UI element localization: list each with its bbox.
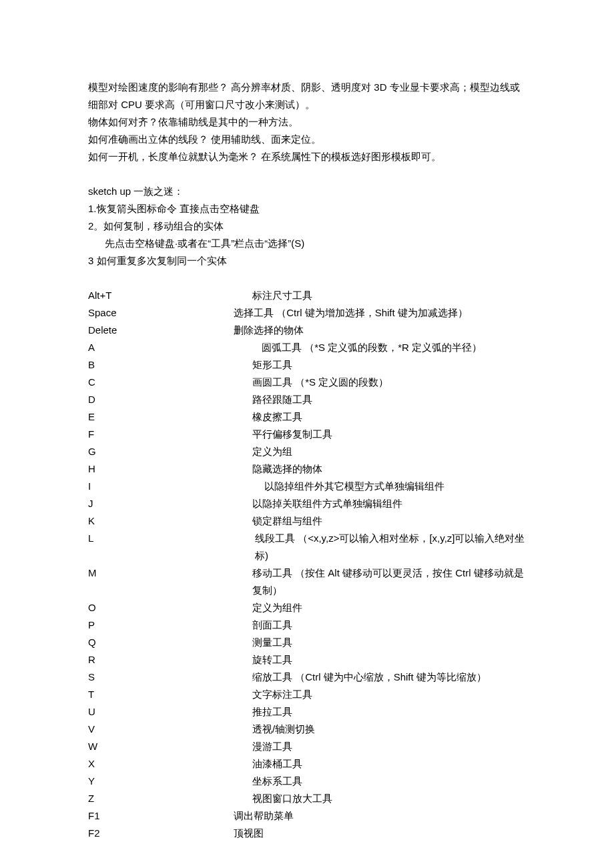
shortcut-description: 视图窗口放大工具 [252,790,526,807]
shortcut-description: 标注尺寸工具 [252,287,526,304]
shortcut-key: H [88,460,252,478]
shortcut-row: T文字标注工具 [88,686,526,703]
shortcut-row: P剖面工具 [88,616,526,634]
shortcut-row: K锁定群组与组件 [88,512,526,530]
shortcut-description: 以隐掉组件外其它模型方式单独编辑组件 [252,478,526,495]
shortcut-description: 顶视图 [234,825,526,842]
shortcut-key: R [88,651,252,669]
shortcut-key: A [88,339,252,356]
shortcut-row: Delete删除选择的物体 [88,322,526,339]
shortcut-key: K [88,512,252,530]
shortcut-key: F1 [88,807,234,825]
shortcut-row: R旋转工具 [88,651,526,669]
shortcut-key: B [88,356,252,374]
paragraph: 物体如何对齐？依靠辅助线是其中的一种方法。 [88,113,526,131]
shortcut-row: F2顶视图 [88,825,526,842]
shortcut-row: M移动工具 （按住 Alt 键移动可以更灵活，按住 Ctrl 键移动就是复制） [88,564,526,599]
shortcut-key: Z [88,790,252,807]
shortcut-description: 缩放工具 （Ctrl 键为中心缩放，Shift 键为等比缩放） [252,669,526,686]
shortcut-description: 文字标注工具 [252,686,526,703]
shortcut-description: 线段工具 （<x,y,z>可以输入相对坐标，[x,y,z]可以输入绝对坐标) [252,530,526,564]
shortcut-description: 移动工具 （按住 Alt 键移动可以更灵活，按住 Ctrl 键移动就是复制） [252,564,526,599]
document-page: 模型对绘图速度的影响有那些？ 高分辨率材质、阴影、透明度对 3D 专业显卡要求高… [0,0,614,868]
shortcut-key: F2 [88,825,234,842]
shortcut-description: 透视/轴测切换 [252,721,526,738]
shortcut-description: 旋转工具 [252,651,526,669]
shortcut-key: Y [88,773,252,790]
shortcut-row: S缩放工具 （Ctrl 键为中心缩放，Shift 键为等比缩放） [88,669,526,686]
shortcut-description: 推拉工具 [252,703,526,721]
shortcut-key: V [88,721,252,738]
shortcut-key: O [88,599,252,616]
shortcut-description: 隐藏选择的物体 [252,460,526,478]
shortcut-key: I [88,478,252,495]
shortcut-description: 以隐掉关联组件方式单独编辑组件 [252,495,526,512]
shortcut-row: G定义为组 [88,443,526,460]
shortcut-row: W漫游工具 [88,738,526,755]
shortcut-row: F1调出帮助菜单 [88,807,526,825]
shortcut-row: D路径跟随工具 [88,391,526,408]
shortcut-row: U推拉工具 [88,703,526,721]
shortcut-row: B矩形工具 [88,356,526,374]
tip-line: 2。如何复制，移动组合的实体 [88,218,526,235]
shortcut-key: L [88,530,252,564]
shortcut-key: M [88,564,252,599]
shortcut-description: 选择工具 （Ctrl 键为增加选择，Shift 键为加减选择） [234,304,526,322]
shortcut-key: F [88,426,252,443]
shortcut-row: I以隐掉组件外其它模型方式单独编辑组件 [88,478,526,495]
shortcut-row: A圆弧工具 （*S 定义弧的段数，*R 定义弧的半径） [88,339,526,356]
shortcut-description: 剖面工具 [252,616,526,634]
shortcut-row: E橡皮擦工具 [88,408,526,426]
shortcut-description: 矩形工具 [252,356,526,374]
shortcut-description: 测量工具 [252,634,526,651]
shortcut-key: G [88,443,252,460]
blank-line [88,270,526,287]
shortcut-row: F平行偏移复制工具 [88,426,526,443]
shortcut-row: Y坐标系工具 [88,773,526,790]
shortcut-row: H隐藏选择的物体 [88,460,526,478]
shortcut-description: 定义为组 [252,443,526,460]
shortcut-row: Q测量工具 [88,634,526,651]
shortcut-description: 定义为组件 [252,599,526,616]
shortcut-key: J [88,495,252,512]
shortcut-row: V透视/轴测切换 [88,721,526,738]
shortcut-description: 橡皮擦工具 [252,408,526,426]
shortcut-key: S [88,669,252,686]
shortcut-key: W [88,738,252,755]
shortcut-description: 坐标系工具 [252,773,526,790]
shortcut-description: 漫游工具 [252,738,526,755]
shortcut-key: Q [88,634,252,651]
paragraph: 如何准确画出立体的线段？ 使用辅助线、面来定位。 [88,131,526,148]
shortcut-key: U [88,703,252,721]
shortcut-description: 油漆桶工具 [252,755,526,773]
shortcut-description: 调出帮助菜单 [234,807,526,825]
shortcut-key: T [88,686,252,703]
shortcut-description: 删除选择的物体 [234,322,526,339]
shortcut-row: C画圆工具 （*S 定义圆的段数） [88,374,526,391]
tip-line: 1.恢复箭头图标命令 直接点击空格键盘 [88,200,526,218]
paragraph: 模型对绘图速度的影响有那些？ 高分辨率材质、阴影、透明度对 3D 专业显卡要求高… [88,79,526,113]
shortcut-row: Z视图窗口放大工具 [88,790,526,807]
paragraph: 如何一开机，长度单位就默认为毫米？ 在系统属性下的模板选好图形模板即可。 [88,148,526,165]
shortcut-key: Delete [88,322,234,339]
tip-line: 先点击空格键盘·或者在“工具”栏点击“选择”(S) [88,235,526,252]
shortcut-row: O定义为组件 [88,599,526,616]
shortcut-key: P [88,616,252,634]
shortcut-list: Alt+T标注尺寸工具Space选择工具 （Ctrl 键为增加选择，Shift … [88,287,526,842]
shortcut-row: Alt+T标注尺寸工具 [88,287,526,304]
shortcut-description: 平行偏移复制工具 [252,426,526,443]
shortcut-key: D [88,391,252,408]
shortcut-key: Space [88,304,234,322]
shortcut-row: X油漆桶工具 [88,755,526,773]
shortcut-description: 圆弧工具 （*S 定义弧的段数，*R 定义弧的半径） [252,339,526,356]
tips-title: sketch up 一族之迷： [88,183,526,200]
shortcut-row: L线段工具 （<x,y,z>可以输入相对坐标，[x,y,z]可以输入绝对坐标) [88,530,526,564]
shortcut-key: C [88,374,252,391]
blank-line [88,165,526,183]
shortcut-key: E [88,408,252,426]
shortcut-description: 锁定群组与组件 [252,512,526,530]
shortcut-description: 画圆工具 （*S 定义圆的段数） [252,374,526,391]
shortcut-description: 路径跟随工具 [252,391,526,408]
shortcut-key: Alt+T [88,287,252,304]
tip-line: 3 如何重复多次复制同一个实体 [88,252,526,270]
